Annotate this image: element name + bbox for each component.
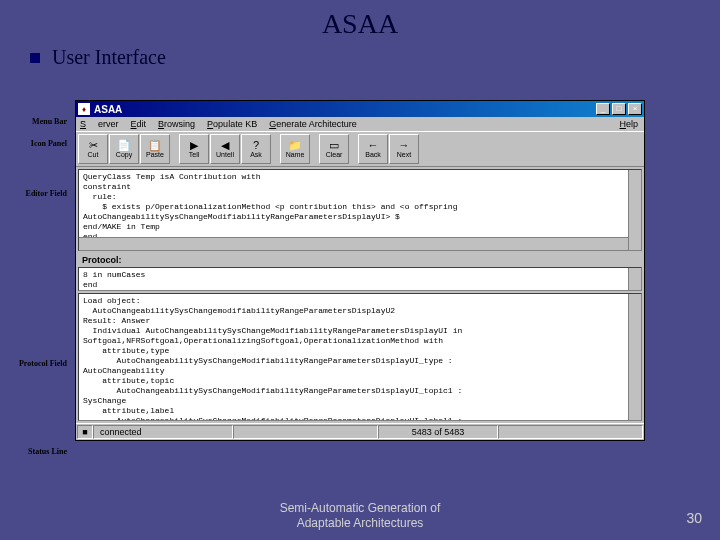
minimize-button[interactable]: _ bbox=[596, 103, 610, 115]
statusbar: ■ connected 5483 of 5483 bbox=[76, 423, 644, 440]
editor-field[interactable]: QueryClass Temp isA Contribution with co… bbox=[78, 169, 642, 251]
scrollbar-vertical[interactable] bbox=[628, 170, 641, 250]
menu-generate[interactable]: Generate Architecture bbox=[269, 119, 357, 129]
toolbar: ✂Cut 📄Copy 📋Paste ▶Tell ◀Untell ?Ask 📁Na… bbox=[76, 131, 644, 167]
maximize-button[interactable]: □ bbox=[612, 103, 626, 115]
label-protocol: Protocol Field bbox=[7, 360, 67, 369]
cut-button[interactable]: ✂Cut bbox=[78, 134, 108, 164]
bullet-icon bbox=[30, 53, 40, 63]
clear-button[interactable]: ▭Clear bbox=[319, 134, 349, 164]
menu-populate[interactable]: Populate KB bbox=[207, 119, 257, 129]
close-button[interactable]: × bbox=[628, 103, 642, 115]
untell-icon: ◀ bbox=[221, 140, 229, 151]
name-button[interactable]: 📁Name bbox=[280, 134, 310, 164]
paste-icon: 📋 bbox=[148, 140, 162, 151]
next-icon: → bbox=[399, 140, 410, 151]
menubar: Server Edit Browsing Populate KB Generat… bbox=[76, 117, 644, 131]
menu-help[interactable]: Help bbox=[619, 119, 638, 129]
paste-button[interactable]: 📋Paste bbox=[140, 134, 170, 164]
ask-icon: ? bbox=[253, 140, 259, 151]
menu-browsing[interactable]: Browsing bbox=[158, 119, 195, 129]
status-spacer2 bbox=[498, 425, 643, 439]
untell-button[interactable]: ◀Untell bbox=[210, 134, 240, 164]
label-editor: Editor Field bbox=[7, 190, 67, 199]
screenshot-container: Menu Bar Icon Panel Editor Field Protoco… bbox=[75, 100, 645, 441]
protocol-field-upper[interactable]: 8 in numCases end bbox=[78, 267, 642, 291]
protocol-label: Protocol: bbox=[76, 253, 644, 267]
titlebar[interactable]: ♦ ASAA _ □ × bbox=[76, 101, 644, 117]
tell-icon: ▶ bbox=[190, 140, 198, 151]
menu-server[interactable]: Server bbox=[80, 119, 119, 129]
protocol-field-lower[interactable]: Load object: AutoChangeabilitySysChangem… bbox=[78, 293, 642, 421]
app-icon: ♦ bbox=[78, 103, 90, 115]
status-connection: connected bbox=[93, 425, 233, 439]
page-number: 30 bbox=[686, 510, 702, 526]
label-statusline: Status Line bbox=[7, 448, 67, 457]
clear-icon: ▭ bbox=[329, 140, 339, 151]
scrollbar-vertical[interactable] bbox=[628, 294, 641, 420]
section-heading: User Interface bbox=[52, 46, 166, 69]
slide-title: ASAA bbox=[0, 0, 720, 40]
next-button[interactable]: →Next bbox=[389, 134, 419, 164]
window-title: ASAA bbox=[94, 104, 594, 115]
scrollbar-vertical[interactable] bbox=[628, 268, 641, 290]
status-spacer bbox=[233, 425, 378, 439]
folder-icon: 📁 bbox=[288, 140, 302, 151]
copy-icon: 📄 bbox=[117, 140, 131, 151]
back-button[interactable]: ←Back bbox=[358, 134, 388, 164]
back-icon: ← bbox=[368, 140, 379, 151]
slide-footer: Semi-Automatic Generation of Adaptable A… bbox=[0, 501, 720, 530]
scrollbar-horizontal[interactable] bbox=[79, 237, 628, 250]
menu-edit[interactable]: Edit bbox=[131, 119, 147, 129]
section-row: User Interface bbox=[30, 46, 720, 69]
copy-button[interactable]: 📄Copy bbox=[109, 134, 139, 164]
status-count: 5483 of 5483 bbox=[378, 425, 498, 439]
app-window: ♦ ASAA _ □ × Server Edit Browsing Popula… bbox=[75, 100, 645, 441]
tell-button[interactable]: ▶Tell bbox=[179, 134, 209, 164]
label-iconpanel: Icon Panel bbox=[7, 140, 67, 149]
status-indicator: ■ bbox=[77, 425, 93, 439]
ask-button[interactable]: ?Ask bbox=[241, 134, 271, 164]
label-menubar: Menu Bar bbox=[7, 118, 67, 127]
scissors-icon: ✂ bbox=[89, 140, 98, 151]
